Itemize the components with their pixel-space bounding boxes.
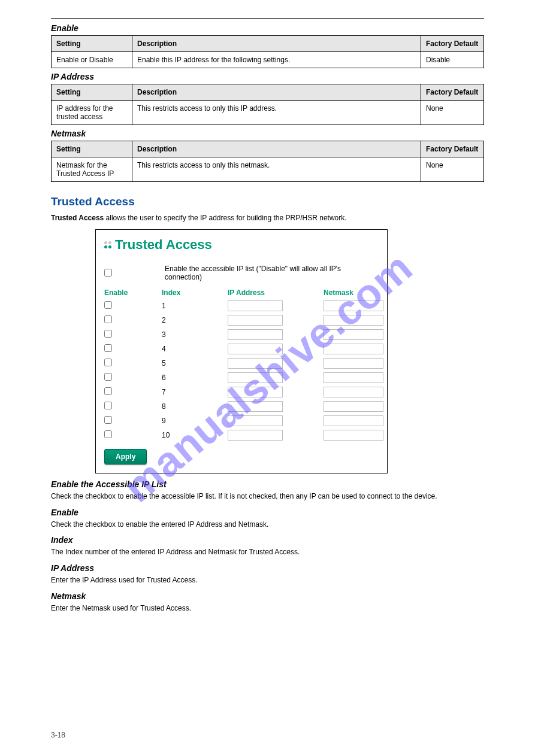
heading-trusted-access: Trusted Access: [51, 195, 484, 208]
list-item: 6: [104, 372, 379, 383]
row-index: 2: [162, 316, 228, 324]
row-enable-checkbox[interactable]: [104, 344, 112, 352]
row-index: 10: [162, 431, 228, 439]
netmask-input[interactable]: [324, 358, 383, 369]
td-default: None: [421, 101, 484, 125]
section-nm-title: Netmask: [51, 129, 484, 138]
netmask-input[interactable]: [324, 329, 383, 340]
row-enable-checkbox[interactable]: [104, 301, 112, 309]
ip-address-input[interactable]: [228, 300, 283, 311]
th-default: Factory Default: [421, 36, 484, 52]
row-enable-checkbox[interactable]: [104, 430, 112, 438]
row-index: 1: [162, 302, 228, 310]
th-desc: Description: [132, 141, 421, 157]
ip-address-input[interactable]: [228, 372, 283, 383]
table-enable: Setting Description Factory Default Enab…: [51, 35, 484, 68]
th-desc: Description: [132, 84, 421, 101]
ip-address-input[interactable]: [228, 329, 283, 340]
text-enable: Check the checkbox to enable the entered…: [51, 520, 484, 530]
ip-address-input[interactable]: [228, 415, 283, 426]
ip-address-input[interactable]: [228, 315, 283, 326]
section-ip-title: IP Address: [51, 72, 484, 81]
ip-address-input[interactable]: [228, 430, 283, 441]
col-enable: Enable: [104, 289, 162, 297]
list-item: 1: [104, 300, 379, 311]
subhead-index: Index: [51, 535, 484, 545]
row-index: 5: [162, 359, 228, 368]
text-ip: Enter the IP Address used for Trusted Ac…: [51, 575, 484, 585]
list-item: 5: [104, 358, 379, 369]
netmask-input[interactable]: [324, 430, 383, 441]
subhead-enable-list: Enable the Accessible IP List: [51, 479, 484, 489]
row-enable-checkbox[interactable]: [104, 387, 112, 395]
th-setting: Setting: [52, 36, 132, 52]
row-index: 7: [162, 388, 228, 396]
page-number: 3-18: [51, 731, 65, 739]
th-default: Factory Default: [421, 141, 484, 157]
ip-address-input[interactable]: [228, 344, 283, 354]
list-header: Enable Index IP Address Netmask: [104, 289, 379, 297]
list-item: 2: [104, 315, 379, 326]
row-enable-checkbox[interactable]: [104, 315, 112, 323]
row-enable-checkbox[interactable]: [104, 402, 112, 409]
netmask-input[interactable]: [324, 300, 383, 311]
list-item: 4: [104, 344, 379, 354]
text-enable-list: Check the checkbox to enable the accessi…: [51, 491, 484, 502]
td-setting: Netmask for the Trusted Access IP: [52, 157, 132, 182]
th-setting: Setting: [52, 141, 132, 157]
intro-paragraph: Trusted Access allows the user to specif…: [51, 213, 484, 223]
panel-title: Trusted Access: [115, 237, 212, 253]
list-item: 8: [104, 401, 379, 412]
td-setting: Enable or Disable: [52, 52, 132, 68]
netmask-input[interactable]: [324, 344, 383, 354]
subhead-netmask: Netmask: [51, 591, 484, 601]
decorative-dots-icon: [104, 241, 111, 248]
row-enable-checkbox[interactable]: [104, 416, 112, 424]
table-ip: Setting Description Factory Default IP a…: [51, 84, 484, 125]
netmask-input[interactable]: [324, 315, 383, 326]
col-ip: IP Address: [228, 289, 324, 297]
text-index: The Index number of the entered IP Addre…: [51, 547, 484, 557]
text-netmask: Enter the Netmask used for Trusted Acces…: [51, 603, 484, 614]
intro-bold: Trusted Access: [51, 214, 104, 222]
col-index: Index: [162, 289, 228, 297]
th-default: Factory Default: [421, 84, 484, 101]
section-enable-title: Enable: [51, 23, 484, 33]
netmask-input[interactable]: [324, 415, 383, 426]
netmask-input[interactable]: [324, 387, 383, 397]
th-desc: Description: [132, 36, 421, 52]
intro-text: allows the user to specify the IP addres…: [104, 214, 346, 222]
td-default: None: [421, 157, 484, 182]
row-enable-checkbox[interactable]: [104, 330, 112, 338]
netmask-input[interactable]: [324, 401, 383, 412]
table-netmask: Setting Description Factory Default Netm…: [51, 141, 484, 182]
th-setting: Setting: [52, 84, 132, 101]
row-enable-checkbox[interactable]: [104, 359, 112, 366]
enable-master-label: Enable the accessible IP list ("Disable"…: [165, 265, 379, 281]
enable-master-checkbox[interactable]: [104, 269, 112, 277]
ip-address-input[interactable]: [228, 387, 283, 397]
row-index: 4: [162, 345, 228, 353]
row-index: 8: [162, 402, 228, 411]
row-index: 6: [162, 374, 228, 382]
row-enable-checkbox[interactable]: [104, 373, 112, 381]
td-default: Disable: [421, 52, 484, 68]
list-item: 9: [104, 415, 379, 426]
ip-address-input[interactable]: [228, 358, 283, 369]
list-item: 7: [104, 387, 379, 397]
td-desc: Enable this IP address for the following…: [132, 52, 421, 68]
netmask-input[interactable]: [324, 372, 383, 383]
row-index: 3: [162, 330, 228, 339]
subhead-enable: Enable: [51, 508, 484, 517]
ip-address-input[interactable]: [228, 401, 283, 412]
row-index: 9: [162, 417, 228, 425]
subhead-ip: IP Address: [51, 563, 484, 573]
list-item: 3: [104, 329, 379, 340]
apply-button[interactable]: Apply: [104, 449, 147, 464]
top-rule: [51, 18, 484, 19]
td-desc: This restricts access to only this netma…: [132, 157, 421, 182]
td-setting: IP address for the trusted access: [52, 101, 132, 125]
list-item: 10: [104, 430, 379, 441]
screenshot-trusted-access: Trusted Access Enable the accessible IP …: [95, 229, 388, 473]
td-desc: This restricts access to only this IP ad…: [132, 101, 421, 125]
